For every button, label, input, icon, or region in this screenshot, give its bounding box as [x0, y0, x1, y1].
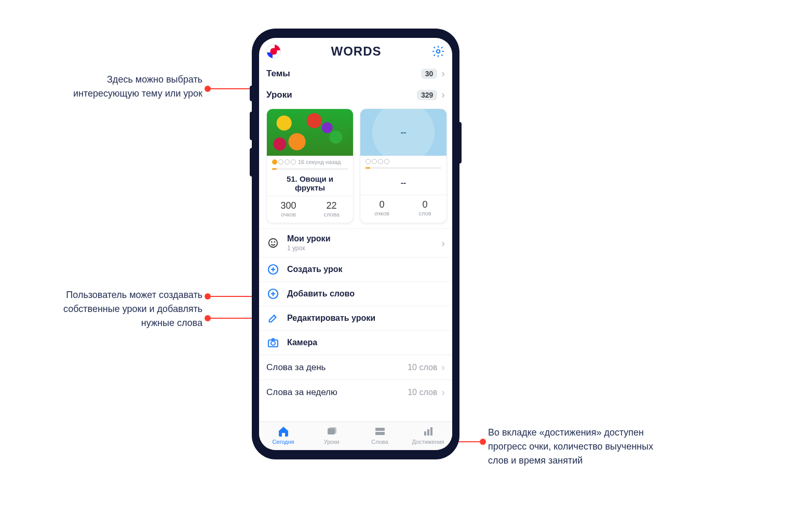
- svg-point-1: [269, 239, 278, 248]
- tab-words[interactable]: Слова: [356, 425, 404, 445]
- tab-today-label: Сегодня: [272, 439, 294, 445]
- themes-label: Темы: [266, 69, 290, 79]
- language-flag-button[interactable]: [266, 44, 281, 59]
- tab-bar: Сегодня Уроки Слова Достижения: [259, 422, 452, 450]
- camera-row[interactable]: Камера: [259, 330, 452, 355]
- svg-point-2: [272, 242, 272, 242]
- cards-icon: [324, 425, 339, 438]
- tab-lessons-label: Уроки: [324, 439, 340, 445]
- progress-dot-icon: [366, 159, 371, 164]
- chevron-right-icon: ›: [441, 386, 445, 398]
- svg-rect-14: [430, 427, 432, 436]
- lessons-count-badge: 329: [417, 90, 437, 100]
- plus-circle-icon: [266, 263, 280, 276]
- lesson-stat-words: 22 слова: [310, 196, 353, 223]
- svg-rect-10: [375, 428, 385, 431]
- add-word-label: Добавить слово: [287, 289, 445, 298]
- svg-rect-11: [375, 432, 385, 435]
- words-per-week-value: 10 слов: [408, 388, 437, 397]
- plus-circle-icon: [266, 287, 280, 301]
- lesson-card-title: 51. Овощи и фрукты: [267, 170, 353, 196]
- tab-lessons[interactable]: Уроки: [307, 425, 356, 445]
- annotation-achievements: Во вкладке «достижения» доступен прогрес…: [488, 426, 675, 468]
- annotation-custom-lessons: Пользователь может создавать собственные…: [31, 288, 202, 330]
- progress-dot-icon: [278, 159, 283, 165]
- svg-point-3: [274, 242, 275, 242]
- themes-count-badge: 30: [421, 69, 438, 79]
- progress-dot-icon: [291, 159, 296, 165]
- create-lesson-label: Создать урок: [287, 265, 445, 274]
- svg-rect-13: [427, 429, 429, 436]
- svg-point-0: [437, 50, 440, 53]
- lesson-card-image: --: [360, 109, 446, 156]
- list-icon: [373, 425, 387, 438]
- lesson-card-meta: [360, 156, 446, 165]
- lessons-label: Уроки: [266, 90, 292, 100]
- camera-label: Камера: [287, 338, 445, 347]
- svg-point-7: [271, 341, 275, 345]
- chevron-right-icon: ›: [441, 89, 445, 101]
- add-word-row[interactable]: Добавить слово: [259, 281, 452, 306]
- lesson-card[interactable]: 16 секунд назад 51. Овощи и фрукты 300 о…: [266, 108, 354, 223]
- lesson-cards-carousel[interactable]: 16 секунд назад 51. Овощи и фрукты 300 о…: [259, 105, 452, 228]
- lesson-progress-bar: [272, 168, 348, 170]
- chevron-right-icon: ›: [441, 361, 445, 373]
- edit-lessons-label: Редактировать уроки: [287, 314, 445, 323]
- progress-dot-icon: [285, 159, 290, 165]
- chevron-right-icon: ›: [441, 67, 445, 79]
- words-per-day-value: 10 слов: [408, 363, 437, 372]
- tab-today[interactable]: Сегодня: [259, 425, 307, 445]
- app-title: WORDS: [331, 44, 382, 59]
- words-per-week-row[interactable]: Слова за неделю 10 слов ›: [259, 380, 452, 404]
- words-per-week-label: Слова за неделю: [266, 387, 337, 398]
- lesson-card-empty[interactable]: -- --: [360, 108, 447, 223]
- app-screen: WORDS Темы 30 › Уроки 329: [259, 38, 452, 450]
- lesson-card-title: --: [360, 169, 446, 195]
- bar-chart-icon: [421, 425, 436, 438]
- lesson-card-time: 16 секунд назад: [298, 159, 341, 165]
- settings-gear-icon[interactable]: [431, 45, 445, 58]
- my-lessons-sub: 1 урок: [287, 245, 434, 252]
- progress-dot-icon: [372, 159, 377, 164]
- progress-dot-icon: [384, 159, 389, 164]
- create-lesson-row[interactable]: Создать урок: [259, 257, 452, 281]
- edit-lessons-row[interactable]: Редактировать уроки: [259, 306, 452, 330]
- phone-frame: WORDS Темы 30 › Уроки 329: [252, 29, 459, 459]
- my-lessons-row[interactable]: Мои уроки 1 урок ›: [259, 228, 452, 257]
- camera-icon: [266, 336, 280, 349]
- lessons-row[interactable]: Уроки 329 ›: [259, 84, 452, 105]
- words-per-day-row[interactable]: Слова за день 10 слов ›: [259, 355, 452, 379]
- annotation-dot: [205, 293, 211, 300]
- lesson-card-image: [267, 109, 353, 156]
- my-lessons-label: Мои уроки: [287, 234, 434, 243]
- main-content: Темы 30 › Уроки 329 ›: [259, 63, 452, 422]
- progress-dot-icon: [378, 159, 383, 164]
- progress-dot-icon: [272, 159, 277, 165]
- svg-rect-12: [424, 431, 426, 436]
- lesson-stat-points: 0 очков: [360, 195, 403, 222]
- lesson-card-meta: 16 секунд назад: [267, 156, 353, 166]
- tab-achievements[interactable]: Достижения: [404, 425, 452, 445]
- smile-icon: [266, 236, 280, 250]
- annotation-dot: [205, 86, 211, 92]
- edit-icon: [266, 311, 280, 325]
- annotation-themes: Здесь можно выбрать интересующую тему ил…: [42, 73, 202, 101]
- annotation-dot: [205, 315, 211, 321]
- lesson-progress-bar: [366, 167, 441, 169]
- themes-row[interactable]: Темы 30 ›: [259, 63, 452, 84]
- words-per-day-label: Слова за день: [266, 362, 326, 373]
- app-header: WORDS: [259, 38, 452, 63]
- annotation-line: [208, 88, 254, 89]
- annotation-dot: [480, 439, 486, 445]
- tab-words-label: Слова: [371, 439, 388, 445]
- tab-achievements-label: Достижения: [412, 439, 444, 445]
- svg-rect-9: [329, 427, 336, 433]
- chevron-right-icon: ›: [441, 237, 445, 249]
- lesson-stat-points: 300 очков: [267, 196, 310, 223]
- home-icon: [276, 425, 291, 438]
- lesson-stat-words: 0 слов: [403, 195, 446, 222]
